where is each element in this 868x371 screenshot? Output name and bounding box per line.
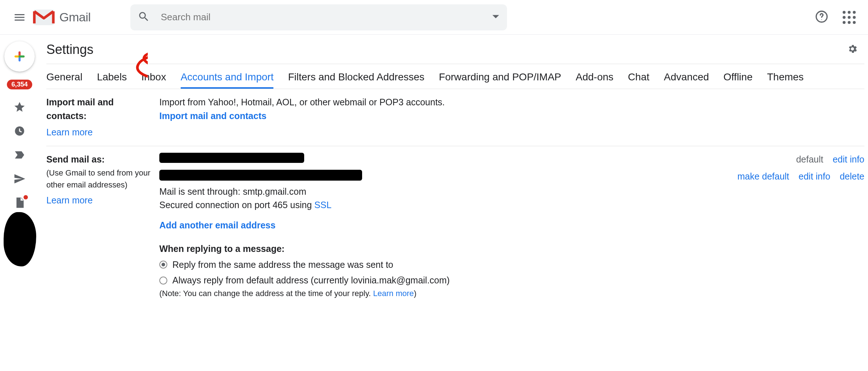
drafts-icon[interactable] (13, 197, 26, 210)
search-icon[interactable] (138, 10, 150, 24)
tab-accounts-and-import[interactable]: Accounts and Import (181, 71, 274, 83)
tab-advanced[interactable]: Advanced (664, 71, 709, 83)
redacted-profile-blob (4, 212, 36, 266)
page-title: Settings (46, 42, 93, 57)
tab-chat[interactable]: Chat (628, 71, 649, 83)
import-learn-more-link[interactable]: Learn more (46, 126, 93, 139)
gmail-logo[interactable]: Gmail (33, 9, 130, 26)
reply-note: (Note: You can change the address at the… (159, 287, 864, 299)
search-options-caret-icon[interactable] (492, 14, 500, 21)
delete-link[interactable]: delete (840, 170, 864, 184)
import-description: Import from Yahoo!, Hotmail, AOL, or oth… (159, 96, 864, 109)
add-another-email-link[interactable]: Add another email address (159, 220, 276, 230)
reply-opt2-label: Always reply from default address (curre… (172, 274, 450, 287)
svg-point-2 (821, 19, 822, 20)
search-bar[interactable] (130, 4, 507, 30)
inbox-count-badge[interactable]: 6,354 (7, 80, 32, 89)
port-line: Secured connection on port 465 using SSL (159, 198, 864, 212)
reply-heading: When replying to a message: (159, 242, 864, 256)
import-label: Import mail and contacts: (46, 96, 154, 123)
search-input[interactable] (161, 12, 492, 23)
sent-icon[interactable] (13, 173, 26, 185)
send-as-label: Send mail as: (46, 153, 154, 166)
send-as-default-label: default (796, 153, 823, 166)
tab-offline[interactable]: Offline (724, 71, 752, 83)
tab-filters-and-blocked-addresses[interactable]: Filters and Blocked Addresses (288, 71, 424, 83)
ssl-link[interactable]: SSL (314, 200, 331, 210)
import-mail-contacts-link[interactable]: Import mail and contacts (159, 111, 267, 121)
reply-note-learn-more-link[interactable]: Learn more (373, 289, 414, 298)
sidebar: 6,354 (0, 35, 39, 371)
tab-labels[interactable]: Labels (97, 71, 127, 83)
important-icon[interactable] (13, 149, 26, 161)
tab-themes[interactable]: Themes (767, 71, 804, 83)
make-default-link[interactable]: make default (737, 170, 789, 184)
product-name: Gmail (59, 10, 91, 24)
apps-grid-icon[interactable] (843, 11, 856, 24)
settings-tabs: GeneralLabelsInboxAccounts and ImportFil… (46, 64, 864, 89)
starred-icon[interactable] (13, 101, 26, 113)
settings-gear-icon[interactable] (847, 43, 858, 56)
snoozed-icon[interactable] (13, 125, 26, 137)
tab-add-ons[interactable]: Add-ons (576, 71, 613, 83)
compose-button[interactable] (4, 41, 35, 72)
smtp-line: Mail is sent through: smtp.gmail.com (159, 185, 864, 199)
reply-opt1-label: Reply from the same address the message … (172, 258, 393, 272)
send-as-note: (Use Gmail to send from your other email… (46, 167, 154, 191)
tab-inbox[interactable]: Inbox (141, 71, 166, 83)
send-as-learn-more-link[interactable]: Learn more (46, 194, 93, 207)
edit-info-link-2[interactable]: edit info (798, 170, 830, 184)
redacted-email-1 (159, 153, 304, 163)
reply-default-address-radio[interactable] (159, 277, 167, 284)
tab-general[interactable]: General (46, 71, 83, 83)
menu-icon[interactable] (7, 11, 33, 24)
redacted-email-2 (159, 170, 362, 181)
tab-forwarding-and-pop-imap[interactable]: Forwarding and POP/IMAP (439, 71, 561, 83)
help-icon[interactable] (815, 10, 828, 25)
drafts-unread-dot-icon (24, 195, 28, 199)
edit-info-link-1[interactable]: edit info (833, 153, 864, 166)
reply-same-address-radio[interactable] (159, 261, 167, 269)
